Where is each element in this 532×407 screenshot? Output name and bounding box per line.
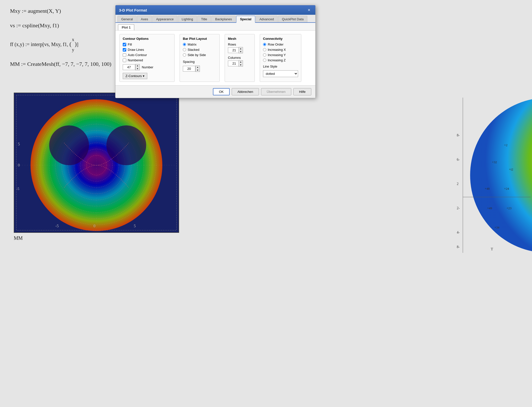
auto-contour-label[interactable]: Auto Contour xyxy=(128,53,147,57)
matrix-label[interactable]: Matrix xyxy=(188,43,196,46)
rows-spinner[interactable]: ▲ ▼ xyxy=(238,47,243,53)
spacing-spinner-down[interactable]: ▼ xyxy=(196,69,200,72)
spacing-row: ▲ ▼ xyxy=(183,66,216,72)
help-button[interactable]: Hilfe xyxy=(293,88,311,95)
apply-button: Übernehmen xyxy=(261,88,291,95)
line-style-section: Line Style dotted solid dashed dashdot xyxy=(263,65,298,77)
increasing-z-radio[interactable] xyxy=(263,59,266,62)
draw-lines-row: Draw Lines xyxy=(123,48,171,52)
dialog-title: 3-D Plot Format xyxy=(119,8,147,12)
rows-input-row: ▲ ▼ xyxy=(228,47,251,53)
rows-label: Rows xyxy=(228,43,251,46)
line-style-select[interactable]: dotted solid dashed dashdot xyxy=(263,70,298,77)
tab-backplanes[interactable]: Backplanes xyxy=(211,16,236,22)
stacked-label[interactable]: Stacked xyxy=(188,48,199,52)
bar-plot-layout-panel: Bar Plot Layout Matrix Stacked Side by S… xyxy=(180,34,220,82)
sub-tab-plot1[interactable]: Plot 1 xyxy=(118,24,134,30)
increasing-y-row: Increasing Y xyxy=(263,53,298,57)
matrix-row: Matrix xyxy=(183,43,216,46)
columns-spinner[interactable]: ▲ ▼ xyxy=(238,60,243,67)
mesh-title: Mesh xyxy=(228,37,251,41)
tab-lighting[interactable]: Lighting xyxy=(178,16,197,22)
tab-title[interactable]: Title xyxy=(197,16,211,22)
row-order-label[interactable]: Row Order xyxy=(268,43,284,46)
columns-field: Columns ▲ ▼ xyxy=(228,56,251,67)
tab-general[interactable]: General xyxy=(117,16,137,22)
dialog-titlebar: 3-D Plot Format × xyxy=(115,5,315,15)
columns-input-row: ▲ ▼ xyxy=(228,60,251,67)
auto-contour-checkbox[interactable] xyxy=(123,53,126,57)
increasing-y-radio[interactable] xyxy=(263,53,266,57)
columns-spinner-down[interactable]: ▼ xyxy=(239,64,243,67)
numbered-checkbox[interactable] xyxy=(123,59,126,62)
dialog-footer: OK Abbrechen Übernehmen Hilfe xyxy=(115,85,315,98)
tab-appearance[interactable]: Appearance xyxy=(152,16,177,22)
spacing-section: Spacing ▲ ▼ xyxy=(183,60,216,72)
numbered-label[interactable]: Numbered xyxy=(128,58,143,62)
draw-lines-label[interactable]: Draw Lines xyxy=(128,48,144,52)
stacked-row: Stacked xyxy=(183,48,216,52)
rows-spinner-up[interactable]: ▲ xyxy=(239,47,243,50)
rows-field: Rows ▲ ▼ xyxy=(228,43,251,53)
row-order-radio[interactable] xyxy=(263,43,266,46)
row-order-row: Row Order xyxy=(263,43,298,46)
increasing-z-label[interactable]: Increasing Z xyxy=(268,58,286,62)
tab-special[interactable]: Special xyxy=(236,16,255,23)
dialog-close-button[interactable]: × xyxy=(306,7,312,13)
side-by-side-radio[interactable] xyxy=(183,53,186,57)
side-by-side-row: Side by Side xyxy=(183,53,216,57)
matrix-radio[interactable] xyxy=(183,43,186,46)
sub-tab-bar: Plot 1 xyxy=(115,23,315,31)
fill-checkbox[interactable] xyxy=(123,43,126,46)
side-by-side-label[interactable]: Side by Side xyxy=(188,53,206,57)
spinner-down[interactable]: ▼ xyxy=(136,67,140,70)
z-contours-label: Z-Contours xyxy=(125,74,142,78)
rows-spinner-down[interactable]: ▼ xyxy=(239,50,243,53)
columns-spinner-up[interactable]: ▲ xyxy=(239,61,243,64)
increasing-x-radio[interactable] xyxy=(263,48,266,51)
auto-contour-row: Auto Contour xyxy=(123,53,171,57)
worksheet: Mxy := augment(X, Y) vs := cspline(Mxy, … xyxy=(0,0,532,407)
increasing-y-label[interactable]: Increasing Y xyxy=(268,53,286,57)
bar-plot-title: Bar Plot Layout xyxy=(183,37,216,41)
tab-bar: General Axes Appearance Lighting Title B… xyxy=(115,15,315,23)
number-row: ▲ ▼ Number xyxy=(123,64,171,70)
spacing-input[interactable] xyxy=(183,66,195,72)
contour-options-panel: Contour Options Fill Draw Lines Auto Con… xyxy=(119,34,175,82)
increasing-x-row: Increasing X xyxy=(263,48,298,52)
draw-lines-checkbox[interactable] xyxy=(123,48,126,52)
z-contours-dropdown[interactable]: Z-Contours ▾ xyxy=(123,73,147,79)
tab-axes[interactable]: Axes xyxy=(137,16,152,22)
number-input[interactable] xyxy=(123,64,135,70)
spacing-spinner[interactable]: ▲ ▼ xyxy=(195,66,200,72)
spinner-up[interactable]: ▲ xyxy=(136,64,140,67)
fill-label[interactable]: Fill xyxy=(128,43,132,46)
numbered-row: Numbered xyxy=(123,58,171,62)
spacing-spinner-up[interactable]: ▲ xyxy=(196,66,200,69)
ok-button[interactable]: OK xyxy=(213,88,230,95)
columns-label: Columns xyxy=(228,56,251,60)
connectivity-title: Connectivity xyxy=(263,37,298,41)
mesh-panel: Mesh Rows ▲ ▼ Columns xyxy=(225,34,255,82)
contour-options-title: Contour Options xyxy=(123,37,171,41)
dialog-content: Contour Options Fill Draw Lines Auto Con… xyxy=(115,31,315,85)
spacing-label: Spacing xyxy=(183,60,216,64)
connectivity-panel: Connectivity Row Order Increasing X Incr… xyxy=(260,34,301,82)
tab-quickplot[interactable]: QuickPlot Data xyxy=(278,16,307,22)
dialog-3d-plot-format: 3-D Plot Format × General Axes Appearanc… xyxy=(115,5,316,98)
tab-advanced[interactable]: Advanced xyxy=(256,16,278,22)
increasing-x-label[interactable]: Increasing X xyxy=(268,48,286,52)
number-label: Number xyxy=(142,65,153,69)
increasing-z-row: Increasing Z xyxy=(263,58,298,62)
cancel-button[interactable]: Abbrechen xyxy=(232,88,259,95)
dropdown-arrow-icon: ▾ xyxy=(143,74,145,78)
line-style-label: Line Style xyxy=(263,65,298,68)
fill-row: Fill xyxy=(123,43,171,46)
stacked-radio[interactable] xyxy=(183,48,186,51)
number-spinner[interactable]: ▲ ▼ xyxy=(135,64,140,70)
